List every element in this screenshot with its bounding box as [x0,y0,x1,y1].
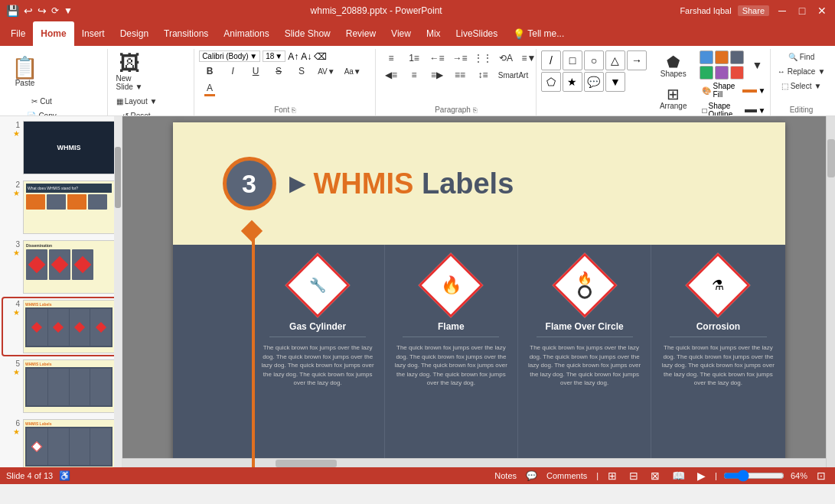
layout-button[interactable]: ▦ Layout ▼ [113,95,161,108]
increase-indent-button[interactable]: →≡ [449,50,471,66]
menu-view[interactable]: View [383,21,419,46]
shape-more[interactable]: ▼ [605,72,625,92]
shape-star[interactable]: ★ [563,72,582,92]
comments-button[interactable]: Comments [543,471,590,480]
undo-icon[interactable]: ↩ [24,5,33,17]
justify-button[interactable]: ≡≡ [449,67,471,83]
canvas-hscrollbar[interactable] [122,458,826,467]
quick-styles-more[interactable]: ▼ [746,57,768,73]
shape-pentagon[interactable]: ⬠ [541,72,561,92]
menu-home[interactable]: Home [33,21,73,46]
slide-item-1[interactable]: 1 ★ WHMIS [3,119,119,176]
save-icon[interactable]: 💾 [6,5,19,17]
shape-fill-dropdown[interactable]: ▼ [758,86,766,95]
menu-insert[interactable]: Insert [74,21,113,46]
char-spacing-button[interactable]: AV▼ [314,65,339,78]
shadow-button[interactable]: S [291,63,312,79]
menu-slideshow[interactable]: Slide Show [277,21,338,46]
menu-animations[interactable]: Animations [216,21,276,46]
decrease-font-icon[interactable]: A↓ [301,51,311,62]
qs-orange[interactable] [715,50,729,64]
reset-button[interactable]: ↺ Reset [113,109,161,116]
slideshow-button[interactable]: ▶ [694,470,709,482]
smartart-button[interactable]: SmartArt [495,67,531,83]
clear-format-icon[interactable]: ⌫ [314,51,327,62]
copy-button[interactable]: 📄 Copy [8,109,76,116]
qs-blue[interactable] [700,50,713,64]
quick-styles[interactable] [700,50,744,80]
align-left-button[interactable]: ◀≡ [380,67,402,83]
increase-font-icon[interactable]: A↑ [288,51,298,62]
qs-red[interactable] [730,66,744,80]
zoom-slider[interactable] [723,472,784,480]
menu-design[interactable]: Design [113,21,156,46]
share-button[interactable]: Share [738,5,769,16]
fit-slide-button[interactable]: ⊡ [814,470,829,482]
shapes-button[interactable]: ⬟ Shapes [657,50,690,81]
shape-callout[interactable]: 💬 [584,72,604,92]
slide-item-6[interactable]: 6 ★ WHMIS Labels [3,418,119,467]
slide-item-4[interactable]: 4 ★ WHMIS Labels [3,298,119,355]
outline-view-button[interactable]: ⊟ [626,470,641,482]
paste-button[interactable]: 📋 Paste [8,50,42,93]
notes-button[interactable]: Notes [491,471,520,480]
menu-review[interactable]: Review [338,21,383,46]
canvas-hscroll-thumb[interactable] [276,460,337,467]
text-direction-button[interactable]: ⟲A [495,50,517,66]
decrease-indent-button[interactable]: ←≡ [426,50,448,66]
shape-triangle[interactable]: △ [605,50,625,70]
qs-purple[interactable] [715,66,729,80]
new-slide-button[interactable]: 🖼 NewSlide ▼ [113,50,147,93]
numbering-button[interactable]: 1≡ [403,50,425,66]
shape-rect[interactable]: □ [563,50,582,70]
slide-sorter-button[interactable]: ⊠ [647,470,663,482]
canvas-vscroll-thumb[interactable] [827,139,835,177]
normal-view-button[interactable]: ⊞ [605,470,620,482]
qs-dark[interactable] [730,50,744,64]
strikethrough-button[interactable]: S [268,63,289,79]
redo-icon[interactable]: ↪ [38,5,47,17]
shape-arrow[interactable]: → [627,50,647,70]
slide-item-3[interactable]: 3 ★ Dissemination [3,239,119,295]
drawing-group: / □ ○ △ → ⬠ ★ 💬 ▼ ⬟ Shapes [537,49,771,115]
canvas-vscrollbar[interactable] [826,116,835,467]
font-color-button[interactable]: A [199,80,220,99]
shape-circle[interactable]: ○ [584,50,604,70]
repeat-icon[interactable]: ⟳ [51,5,59,16]
align-right-button[interactable]: ≡▶ [426,67,448,83]
qs-green[interactable] [700,66,713,80]
cut-button[interactable]: ✂ Cut [8,95,76,108]
menu-liveslides[interactable]: LiveSlides [448,21,506,46]
menu-tellme[interactable]: 💡Tell me... [505,21,572,46]
menu-transitions[interactable]: Transitions [156,21,216,46]
font-size-select[interactable]: 18▼ [263,50,285,62]
bullets-button[interactable]: ≡ [380,50,402,66]
center-button[interactable]: ≡ [403,67,425,83]
shape-fill-button[interactable]: 🎨 Shape Fill ▼ [700,81,768,99]
select-button[interactable]: ⬚ Select ▼ [775,80,827,93]
replace-button[interactable]: ↔ Replace ▼ [775,65,827,78]
line-spacing-button[interactable]: ↕≡ [472,67,494,83]
slide-panel-scroll-thumb[interactable] [115,147,121,208]
reading-view-button[interactable]: 📖 [669,470,688,482]
change-case-button[interactable]: Aa▼ [341,65,365,78]
menu-mix[interactable]: Mix [419,21,448,46]
slide-item-5[interactable]: 5 ★ WHMIS Labels [3,358,119,415]
slide-panel-scrollbar[interactable] [114,116,122,467]
arrange-button[interactable]: ⊞ Arrange [656,83,691,113]
customize-icon[interactable]: ▼ [64,5,73,16]
shape-outline-dropdown[interactable]: ▼ [758,106,766,115]
font-family-select[interactable]: Calibri (Body)▼ [199,50,260,62]
bold-button[interactable]: B [199,63,220,79]
shape-line[interactable]: / [541,50,561,70]
maximize-button[interactable]: □ [795,4,809,18]
menu-file[interactable]: File [3,21,33,46]
columns-button[interactable]: ⋮⋮ [472,50,494,66]
find-button[interactable]: 🔍 Find [775,50,827,63]
underline-button[interactable]: U [245,63,266,79]
minimize-button[interactable]: ─ [775,4,789,18]
close-button[interactable]: ✕ [815,4,829,18]
italic-button[interactable]: I [222,63,243,79]
slide-item-2[interactable]: 2 ★ What does WHMIS stand for? [3,179,119,236]
shape-outline-button[interactable]: □ Shape Outline ▼ [700,101,768,116]
